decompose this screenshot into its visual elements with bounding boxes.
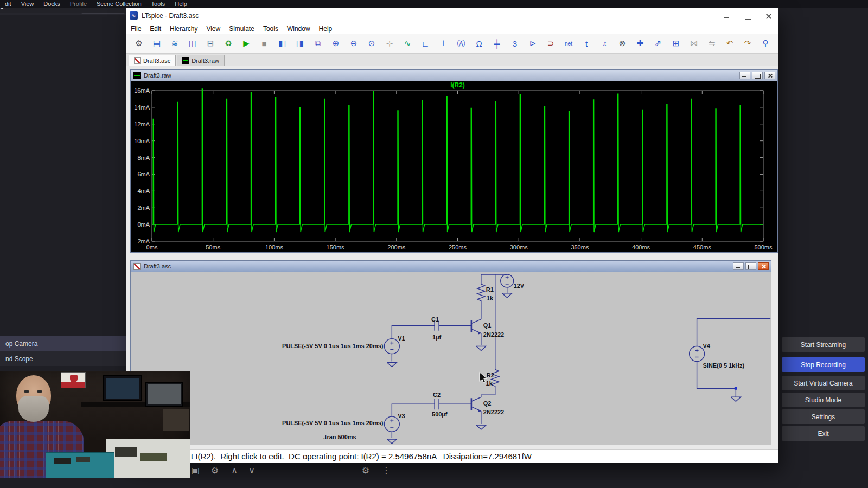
waveform-plot[interactable]: I(R2)16mA14mA12mA10mA8mA6mA4mA2mA0mA-2mA… [131, 81, 777, 252]
diode-icon[interactable]: ⊳ [526, 36, 540, 50]
tile-horizontal-icon[interactable]: ◨ [293, 36, 307, 50]
wire-icon[interactable]: ∟ [418, 36, 432, 50]
start-virtual-camera-button[interactable]: Start Virtual Camera [782, 376, 865, 390]
drag-icon[interactable]: ⇗ [651, 36, 665, 50]
refresh-icon[interactable]: ♻ [221, 36, 235, 50]
c1-label: C1 [431, 316, 439, 323]
save-icon[interactable]: ◫ [186, 36, 200, 50]
delete-icon[interactable]: ⊗ [615, 36, 629, 50]
schematic-window: Draft3.asc [130, 260, 771, 445]
stop-recording-button[interactable]: Stop Recording [782, 357, 865, 372]
ltspice-menu-tools[interactable]: Tools [259, 25, 283, 33]
copy-icon[interactable]: ⊞ [669, 36, 683, 50]
tab-draft3-raw[interactable]: Draft3.raw [177, 55, 225, 66]
open-raw-icon[interactable]: ≋ [168, 36, 182, 50]
ltspice-menu-hierarchy[interactable]: Hierarchy [165, 25, 202, 33]
obs-menu-item-docks[interactable]: Docks [39, 1, 65, 7]
ltspice-tabbar: Draft3.ascDraft3.raw [126, 54, 778, 66]
halt-icon[interactable]: ■ [257, 36, 271, 50]
tile-vertical-icon[interactable]: ◧ [275, 36, 289, 50]
settings-button[interactable]: Settings [782, 409, 865, 424]
ltspice-menu-simulate[interactable]: Simulate [225, 25, 259, 33]
obs-menu-item-dit[interactable]: dit [0, 1, 16, 7]
av-settings-gear-icon[interactable]: ⚙ [359, 465, 372, 476]
child-maximize-button[interactable] [745, 262, 756, 270]
studio-mode-button[interactable]: Studio Mode [782, 393, 865, 407]
obs-menu-item-help[interactable]: Help [170, 1, 192, 7]
zoom-in-icon[interactable]: ⊕ [329, 36, 343, 50]
autorange-icon[interactable]: ∿ [400, 36, 414, 50]
waveform-window-titlebar[interactable]: Draft3.raw [131, 70, 777, 81]
ltspice-titlebar[interactable]: ∿ LTspice - Draft3.asc [126, 8, 778, 23]
child-close-button[interactable] [764, 72, 775, 79]
node-marker [735, 387, 737, 390]
webcam-flag-emblem [61, 372, 86, 388]
webcam-person-eyes-2 [37, 390, 42, 393]
print-icon[interactable]: ⊟ [203, 36, 218, 50]
schematic-window-titlebar[interactable]: Draft3.asc [131, 261, 771, 272]
rotate-icon[interactable]: ⇋ [705, 36, 719, 50]
close-button[interactable] [765, 13, 773, 19]
text-icon[interactable]: t [579, 36, 593, 50]
y-axis-label: 0mA [137, 221, 150, 228]
net-label-icon[interactable]: Ⓐ [454, 36, 468, 50]
source-properties-gear-icon[interactable]: ⚙ [208, 465, 221, 476]
zoom-full-icon[interactable]: ⊙ [365, 36, 379, 50]
component-icon[interactable]: ⊃ [544, 36, 558, 50]
obs-menu-item-tools[interactable]: Tools [146, 1, 170, 7]
open-file-icon[interactable]: ▤ [150, 36, 164, 50]
child-minimize-button[interactable] [733, 262, 744, 270]
mirror-icon[interactable]: ⋈ [687, 36, 701, 50]
maximize-button[interactable] [744, 13, 751, 19]
netlist-icon[interactable]: net [561, 36, 576, 50]
y-axis-label: 16mA [134, 87, 150, 94]
capacitor-icon[interactable]: ╪ [490, 36, 504, 50]
source-item-nd-scope[interactable]: nd Scope [0, 351, 126, 366]
search-icon[interactable]: ⚲ [758, 36, 773, 50]
ltspice-menu-help[interactable]: Help [315, 25, 337, 33]
move-source-down-icon[interactable]: ∨ [245, 465, 258, 476]
minimize-button[interactable] [723, 13, 730, 19]
resistor-icon[interactable]: Ω [472, 36, 486, 50]
plot-title: I(R2) [450, 81, 465, 89]
kebab-menu-icon[interactable]: ⋮ [380, 465, 393, 476]
obs-menu-item-scene-collection[interactable]: Scene Collection [92, 1, 146, 7]
x-axis-label: 500ms [754, 244, 773, 251]
run-icon[interactable]: ▶ [239, 36, 253, 50]
child-minimize-button[interactable] [739, 72, 750, 79]
waveform-window: Draft3.raw I(R2)16mA14mA12mA10mA8mA6mA4m… [130, 69, 778, 253]
x-axis-label: 450ms [693, 244, 712, 251]
y-axis-label: 6mA [137, 171, 150, 177]
source-item-op-camera[interactable]: op Camera [0, 336, 126, 351]
pan-icon[interactable]: ⊹ [382, 36, 397, 50]
undo-icon[interactable]: ↶ [723, 36, 737, 50]
inductor-icon[interactable]: 3 [508, 36, 522, 50]
ltspice-menu-window[interactable]: Window [283, 25, 315, 33]
child-close-button[interactable] [758, 262, 769, 270]
cascade-icon[interactable]: ⧉ [311, 36, 325, 50]
r1-label: R1 [486, 286, 494, 293]
spice-directive-icon[interactable]: .t [597, 36, 611, 50]
ltspice-menu-file[interactable]: File [126, 25, 145, 33]
ltspice-menu-view[interactable]: View [202, 25, 225, 33]
tab-draft3-asc[interactable]: Draft3.asc [129, 55, 176, 66]
ground-icon[interactable]: ⊥ [436, 36, 450, 50]
source-list-icon[interactable]: ▣ [189, 465, 202, 476]
move-icon[interactable]: ✚ [633, 36, 647, 50]
start-streaming-button[interactable]: Start Streaming [782, 337, 865, 352]
control-panel-icon[interactable]: ⚙ [132, 36, 146, 50]
y-axis-label: 12mA [134, 121, 150, 127]
tran-directive: .tran 500ms [323, 434, 356, 440]
v3-value: PULSE(-5V 5V 0 1us 1us 1ms 20ms) [282, 420, 384, 426]
redo-icon[interactable]: ↷ [741, 36, 755, 50]
webcam-preview[interactable] [0, 371, 190, 478]
zoom-out-icon[interactable]: ⊖ [347, 36, 361, 50]
child-maximize-button[interactable] [752, 72, 763, 79]
exit-button[interactable]: Exit [782, 426, 865, 441]
obs-menu-item-view[interactable]: View [16, 1, 39, 7]
schematic-canvas[interactable]: V1 PULSE(-5V 5V 0 1us 1us 1ms 20ms) C1 1… [131, 272, 771, 445]
webcam-desk-item [115, 447, 137, 457]
move-source-up-icon[interactable]: ∧ [228, 465, 241, 476]
obs-menu-item-profile[interactable]: Profile [65, 1, 92, 7]
ltspice-menu-edit[interactable]: Edit [145, 25, 165, 33]
